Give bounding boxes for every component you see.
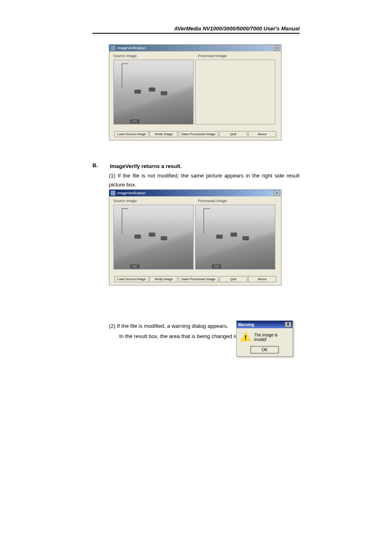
about-button[interactable]: About: [248, 276, 276, 282]
street-photo: 2003: [114, 60, 193, 124]
save-processed-button[interactable]: Save Processed Image: [179, 131, 219, 137]
car: [161, 236, 167, 240]
vehicles: [130, 85, 178, 105]
source-image-panel: 2003: [113, 205, 194, 269]
window-title: ImageVerification: [117, 191, 274, 195]
street-photo: 2003: [196, 205, 275, 269]
section-title: ImageVerify returns a result.: [110, 163, 182, 169]
warning-dialog: Warning X ! The image is invalid! OK: [236, 320, 293, 357]
processed-image-panel: [195, 60, 275, 124]
warning-title: Warning: [238, 322, 285, 327]
source-image-label: Source Image:: [113, 54, 138, 58]
app-icon: [111, 191, 115, 196]
processed-image-label: Processed Image:: [198, 199, 228, 203]
header-title: AVerMedia NV1000/3000/5000/7000 User's M…: [174, 25, 300, 32]
load-source-button[interactable]: Load Source Image: [114, 131, 149, 137]
verify-image-button[interactable]: Verify Image: [150, 131, 178, 137]
street-photo: 2003: [114, 205, 193, 269]
image-verification-window-2: ImageVerification × Source Image: Proces…: [109, 189, 281, 286]
timestamp-overlay: 2003: [130, 120, 139, 123]
load-source-button[interactable]: Load Source Image: [114, 276, 149, 282]
car: [134, 90, 141, 94]
warning-body: ! The image is invalid!: [237, 328, 293, 346]
lamp-post: [203, 208, 204, 234]
lamp-post: [122, 208, 122, 234]
window-content: Source Image: Processed Image: 2003: [109, 51, 281, 140]
close-icon[interactable]: ×: [274, 190, 280, 196]
button-row: Load Source Image Verify Image Save Proc…: [113, 131, 277, 137]
about-button[interactable]: About: [248, 131, 276, 137]
window-content: Source Image: Processed Image: 2003: [109, 196, 281, 285]
car: [149, 233, 155, 237]
quit-button[interactable]: Quit: [219, 276, 247, 282]
processed-image-label: Processed Image:: [198, 54, 228, 58]
car: [242, 236, 249, 240]
timestamp-overlay: 2003: [212, 265, 221, 268]
window-title: ImageVerification: [117, 46, 274, 50]
car: [134, 235, 141, 239]
car: [161, 91, 167, 95]
titlebar: ImageVerification ×: [109, 45, 281, 51]
exclamation-icon: !: [244, 334, 247, 342]
lamp-post: [122, 63, 122, 89]
processed-image-panel: 2003: [195, 205, 275, 269]
source-image-panel: 2003: [113, 60, 194, 124]
close-icon[interactable]: ×: [274, 45, 280, 51]
button-row: Load Source Image Verify Image Save Proc…: [113, 276, 277, 282]
quit-button[interactable]: Quit: [219, 131, 247, 137]
panel-labels: Source Image: Processed Image:: [113, 54, 277, 58]
section-b-text: (1) If the file is not modified, the sam…: [109, 171, 300, 189]
app-icon: [111, 46, 115, 51]
verify-image-button[interactable]: Verify Image: [150, 276, 178, 282]
source-image-label: Source Image:: [113, 199, 138, 203]
page-header: AVerMedia NV1000/3000/5000/7000 User's M…: [92, 25, 300, 34]
timestamp-overlay: 2003: [130, 265, 139, 268]
warning-message: The image is invalid!: [254, 333, 289, 342]
section-b: B. ImageVerify returns a result. (1) If …: [92, 162, 300, 189]
ok-button[interactable]: OK: [251, 346, 279, 353]
car: [149, 88, 155, 92]
vehicles: [212, 230, 259, 250]
save-processed-button[interactable]: Save Processed Image: [179, 276, 219, 282]
warning-titlebar: Warning X: [237, 321, 293, 328]
close-icon[interactable]: X: [285, 322, 291, 327]
warning-icon: !: [240, 332, 251, 343]
panel-labels: Source Image: Processed Image:: [113, 199, 277, 203]
car: [216, 235, 223, 239]
car: [231, 233, 237, 237]
image-panels: 2003 2003: [113, 205, 277, 269]
vehicles: [130, 230, 178, 250]
titlebar: ImageVerification ×: [109, 190, 281, 196]
image-panels: 2003: [113, 60, 277, 124]
image-verification-window-1: ImageVerification × Source Image: Proces…: [109, 44, 281, 140]
section-letter: B.: [92, 162, 108, 168]
